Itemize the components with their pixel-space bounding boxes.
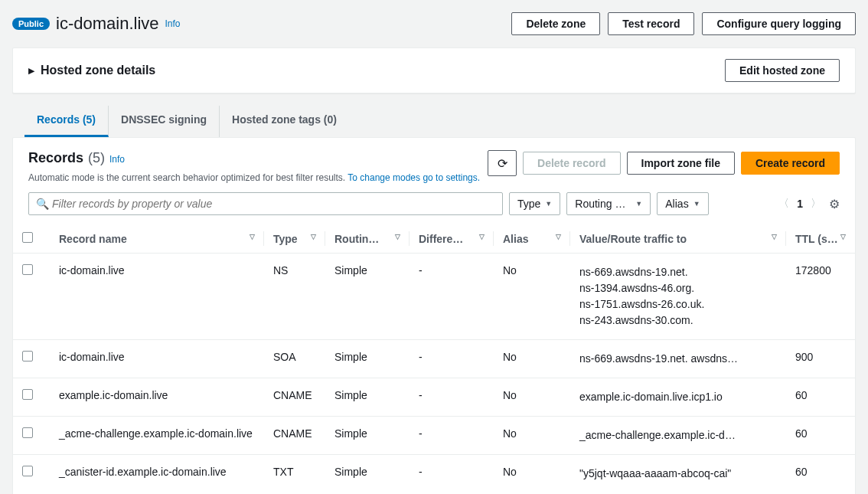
row-checkbox[interactable] bbox=[22, 351, 33, 362]
sort-icon: ▽ bbox=[556, 233, 561, 240]
chevron-down-icon: ▼ bbox=[693, 200, 700, 208]
caret-right-icon: ▶ bbox=[28, 66, 34, 76]
col-alias[interactable]: Alias bbox=[503, 233, 528, 245]
zone-name-title: ic-domain.live bbox=[56, 14, 159, 34]
row-checkbox[interactable] bbox=[22, 264, 33, 275]
cell-routing: Simple bbox=[325, 417, 410, 455]
cell-record-name: _canister-id.example.ic-domain.live bbox=[50, 455, 264, 493]
search-icon: 🔍 bbox=[36, 198, 49, 210]
tabs: Records (5) DNSSEC signing Hosted zone t… bbox=[12, 106, 856, 137]
records-count: (5) bbox=[88, 150, 105, 166]
table-row[interactable]: ic-domain.liveSOASimple-Nons-669.awsdns-… bbox=[13, 340, 855, 378]
cell-alias: No bbox=[494, 254, 570, 340]
col-record-name[interactable]: Record name bbox=[59, 233, 127, 245]
chevron-down-icon: ▼ bbox=[635, 200, 642, 208]
cell-alias: No bbox=[494, 340, 570, 378]
prev-page-button[interactable]: 〈 bbox=[778, 197, 789, 211]
cell-value: ns-669.awsdns-19.net. ns-1394.awsdns-46.… bbox=[570, 254, 786, 340]
sort-icon: ▽ bbox=[840, 233, 846, 240]
cell-differ: - bbox=[410, 254, 494, 340]
records-info-link[interactable]: Info bbox=[109, 154, 125, 165]
hosted-zone-details-panel: ▶ Hosted zone details Edit hosted zone bbox=[12, 47, 856, 93]
cell-routing: Simple bbox=[325, 340, 410, 378]
filter-records-input[interactable] bbox=[28, 192, 503, 215]
settings-button[interactable]: ⚙ bbox=[829, 197, 840, 211]
routing-filter-label: Routing pol… bbox=[575, 198, 631, 210]
cell-record-name: example.ic-domain.live bbox=[50, 378, 264, 417]
cell-record-name: ic-domain.live bbox=[50, 254, 264, 340]
details-title: Hosted zone details bbox=[41, 64, 155, 77]
cell-record-name: ic-domain.live bbox=[50, 340, 264, 378]
delete-zone-button[interactable]: Delete zone bbox=[511, 12, 600, 35]
cell-alias: No bbox=[494, 378, 570, 417]
sort-icon: ▽ bbox=[311, 233, 316, 240]
tab-tags[interactable]: Hosted zone tags (0) bbox=[220, 106, 349, 137]
sort-icon: ▽ bbox=[395, 233, 400, 240]
cell-type: CNAME bbox=[264, 417, 325, 455]
col-ttl[interactable]: TTL (s… bbox=[795, 233, 838, 245]
cell-record-name: _acme-challenge.example.ic-domain.live bbox=[50, 417, 264, 455]
sort-icon: ▽ bbox=[250, 233, 255, 240]
cell-ttl: 900 bbox=[786, 340, 855, 378]
col-routing[interactable]: Routin… bbox=[334, 233, 379, 245]
cell-differ: - bbox=[410, 378, 494, 417]
table-row[interactable]: ic-domain.liveNSSimple-Nons-669.awsdns-1… bbox=[13, 254, 855, 340]
select-all-checkbox[interactable] bbox=[22, 232, 33, 243]
configure-query-logging-button[interactable]: Configure query logging bbox=[702, 12, 856, 35]
details-toggle[interactable]: ▶ Hosted zone details bbox=[28, 64, 155, 77]
cell-routing: Simple bbox=[325, 378, 410, 417]
cell-type: CNAME bbox=[264, 378, 325, 417]
cell-ttl: 172800 bbox=[786, 254, 855, 340]
edit-hosted-zone-button[interactable]: Edit hosted zone bbox=[725, 59, 840, 82]
info-link[interactable]: Info bbox=[165, 18, 181, 29]
cell-value: ns-669.awsdns-19.net. awsdns… bbox=[570, 340, 786, 378]
type-filter-dropdown[interactable]: Type ▼ bbox=[509, 192, 560, 215]
cell-type: SOA bbox=[264, 340, 325, 378]
col-differ[interactable]: Differe… bbox=[419, 233, 463, 245]
table-row[interactable]: example.ic-domain.liveCNAMESimple-Noexam… bbox=[13, 378, 855, 417]
alias-filter-dropdown[interactable]: Alias ▼ bbox=[657, 192, 708, 215]
gear-icon: ⚙ bbox=[829, 198, 840, 211]
change-modes-link[interactable]: To change modes go to settings. bbox=[348, 172, 480, 183]
cell-alias: No bbox=[494, 455, 570, 493]
col-value[interactable]: Value/Route traffic to bbox=[579, 233, 687, 245]
cell-differ: - bbox=[410, 455, 494, 493]
cell-value: "y5jqt-wqaaa-aaaam-abcoq-cai" bbox=[570, 455, 786, 493]
cell-ttl: 60 bbox=[786, 417, 855, 455]
alias-filter-label: Alias bbox=[665, 198, 688, 210]
cell-value: example.ic-domain.live.icp1.io bbox=[570, 378, 786, 417]
records-panel: Records (5) Info Automatic mode is the c… bbox=[12, 137, 856, 494]
cell-alias: No bbox=[494, 417, 570, 455]
row-checkbox[interactable] bbox=[22, 389, 33, 400]
import-zone-file-button[interactable]: Import zone file bbox=[627, 152, 735, 175]
refresh-button[interactable]: ⟳ bbox=[488, 150, 517, 176]
refresh-icon: ⟳ bbox=[498, 156, 507, 171]
test-record-button[interactable]: Test record bbox=[608, 12, 694, 35]
row-checkbox[interactable] bbox=[22, 466, 33, 476]
cell-differ: - bbox=[410, 417, 494, 455]
create-record-button[interactable]: Create record bbox=[741, 152, 840, 175]
cell-routing: Simple bbox=[325, 455, 410, 493]
next-page-button[interactable]: 〉 bbox=[811, 197, 821, 211]
table-row[interactable]: _canister-id.example.ic-domain.liveTXTSi… bbox=[13, 455, 855, 493]
chevron-down-icon: ▼ bbox=[545, 200, 552, 208]
tab-records[interactable]: Records (5) bbox=[24, 106, 109, 137]
row-checkbox[interactable] bbox=[22, 427, 33, 438]
tab-dnssec[interactable]: DNSSEC signing bbox=[109, 106, 220, 137]
type-filter-label: Type bbox=[517, 198, 540, 210]
public-badge: Public bbox=[12, 18, 50, 30]
cell-differ: - bbox=[410, 340, 494, 378]
records-title: Records bbox=[28, 150, 83, 166]
delete-record-button[interactable]: Delete record bbox=[523, 152, 620, 175]
routing-policy-filter-dropdown[interactable]: Routing pol… ▼ bbox=[566, 192, 651, 215]
table-row[interactable]: _acme-challenge.example.ic-domain.liveCN… bbox=[13, 417, 855, 455]
sort-icon: ▽ bbox=[479, 233, 485, 240]
cell-value: _acme-challenge.example.ic-d… bbox=[570, 417, 786, 455]
cell-ttl: 60 bbox=[786, 455, 855, 493]
cell-routing: Simple bbox=[325, 254, 410, 340]
sort-icon: ▽ bbox=[772, 233, 777, 240]
col-type[interactable]: Type bbox=[273, 233, 298, 245]
cell-type: TXT bbox=[264, 455, 325, 493]
cell-ttl: 60 bbox=[786, 378, 855, 417]
page-number: 1 bbox=[797, 198, 803, 210]
